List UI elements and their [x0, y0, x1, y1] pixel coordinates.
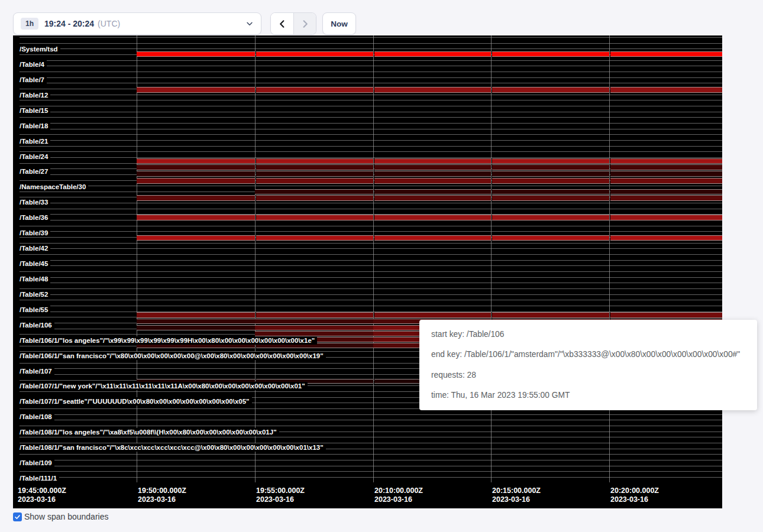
heat-cell[interactable]: [256, 312, 373, 318]
row-label: /Table/107: [20, 367, 54, 375]
heat-cell[interactable]: [610, 195, 722, 201]
chevron-left-icon: [278, 20, 287, 28]
span-boundary-line: [20, 477, 722, 478]
row-label: /Table/106/1/"san francisco"/"\x80\x00\x…: [20, 352, 326, 360]
heat-cell[interactable]: [137, 235, 255, 241]
heat-cell[interactable]: [255, 325, 373, 330]
heat-cell[interactable]: [610, 158, 722, 164]
heat-cell-tooltip: start key: /Table/106 end key: /Table/10…: [419, 320, 757, 410]
span-boundary-line: [20, 123, 722, 124]
span-boundary-line: [20, 265, 722, 266]
heat-cell[interactable]: [610, 51, 722, 57]
prev-time-button[interactable]: [271, 13, 293, 34]
tick-time: 20:10:00.000Z: [374, 486, 423, 495]
heat-cell[interactable]: [137, 87, 255, 93]
row-label: /Table/45: [20, 259, 50, 268]
row-label: /Table/106: [20, 321, 54, 329]
heat-cell[interactable]: [492, 87, 609, 93]
row-label: /Table/111/1: [20, 474, 59, 482]
heat-cell[interactable]: [492, 51, 609, 57]
span-boundary-line: [20, 294, 722, 295]
heat-cell[interactable]: [374, 87, 491, 93]
heat-cell[interactable]: [492, 195, 609, 201]
heat-cell[interactable]: [256, 164, 373, 170]
heat-cell[interactable]: [255, 331, 373, 336]
heat-cell[interactable]: [374, 178, 491, 184]
heat-cell[interactable]: [256, 158, 373, 164]
timezone-text: (UTC): [98, 19, 120, 28]
heat-cell[interactable]: [137, 164, 255, 170]
chevron-down-icon: [245, 20, 254, 28]
span-boundary-line: [20, 248, 722, 249]
heat-cell[interactable]: [492, 215, 609, 220]
heat-cell[interactable]: [492, 312, 609, 318]
span-boundary-line: [20, 43, 722, 44]
heat-cell[interactable]: [137, 158, 255, 164]
heat-cell[interactable]: [256, 195, 373, 201]
heat-cell[interactable]: [256, 215, 373, 220]
toolbar: 1h 19:24 - 20:24 (UTC) Now: [13, 12, 356, 35]
span-boundary-line: [20, 48, 722, 49]
tick-time: 19:45:00.000Z: [18, 486, 66, 495]
heat-cell[interactable]: [374, 189, 491, 194]
heat-cell[interactable]: [137, 171, 255, 177]
heat-cell[interactable]: [137, 319, 255, 324]
row-label: /Table/7: [20, 76, 47, 84]
heat-cell[interactable]: [374, 195, 491, 201]
heat-cell[interactable]: [374, 312, 491, 318]
next-time-button[interactable]: [293, 13, 316, 34]
heat-cell[interactable]: [492, 189, 609, 194]
heat-cell[interactable]: [256, 235, 373, 241]
heat-cell[interactable]: [255, 319, 373, 324]
key-visualizer-canvas[interactable]: /System/tsd/Table/4/Table/7/Table/12/Tab…: [13, 35, 722, 508]
heat-cell[interactable]: [137, 325, 255, 330]
show-span-boundaries-checkbox[interactable]: [13, 512, 22, 521]
heat-cell[interactable]: [374, 164, 491, 170]
chevron-right-icon: [300, 20, 309, 28]
heat-cell[interactable]: [492, 164, 609, 170]
tick-date: 2023-03-16: [610, 495, 659, 504]
span-boundary-line: [20, 83, 722, 83]
span-boundary-line: [20, 37, 722, 38]
heat-cell[interactable]: [256, 51, 373, 57]
span-boundary-line: [20, 72, 722, 72]
heat-cell[interactable]: [492, 235, 609, 241]
heat-cell[interactable]: [610, 164, 722, 170]
row-label: /Table/24: [20, 153, 50, 161]
heat-cell[interactable]: [492, 158, 609, 164]
heat-cell[interactable]: [492, 178, 609, 184]
heat-cell[interactable]: [610, 178, 722, 184]
span-boundary-line: [20, 146, 722, 147]
heat-cell[interactable]: [137, 51, 255, 57]
heat-cell[interactable]: [256, 178, 373, 184]
row-label: /Table/108/1/"san francisco"/"\x8c\xcc\x…: [20, 443, 326, 452]
span-boundary-line: [20, 420, 722, 420]
heat-cell[interactable]: [137, 215, 255, 220]
span-boundary-line: [20, 134, 722, 135]
tick-time: 19:50:00.000Z: [138, 486, 186, 495]
heat-cell[interactable]: [256, 171, 373, 177]
row-label: /Table/15: [20, 106, 50, 115]
heat-cell[interactable]: [374, 235, 491, 241]
heat-cell[interactable]: [137, 178, 255, 184]
heat-cell[interactable]: [610, 87, 722, 93]
heat-cell[interactable]: [374, 215, 491, 220]
span-boundary-line: [20, 77, 722, 78]
heat-cell[interactable]: [492, 171, 609, 177]
heat-cell[interactable]: [374, 171, 491, 177]
heat-cell[interactable]: [610, 312, 722, 318]
heat-cell[interactable]: [610, 171, 722, 177]
tick-date: 2023-03-16: [492, 495, 541, 504]
time-range-selector[interactable]: 1h 19:24 - 20:24 (UTC): [13, 12, 261, 35]
heat-cell[interactable]: [137, 312, 255, 318]
heat-cell[interactable]: [374, 158, 491, 164]
heat-cell[interactable]: [610, 235, 722, 241]
now-button[interactable]: Now: [322, 12, 356, 35]
heat-cell[interactable]: [256, 87, 373, 93]
heat-cell[interactable]: [610, 215, 722, 220]
heat-cell[interactable]: [137, 195, 255, 201]
heat-cell[interactable]: [610, 189, 722, 194]
heat-cell[interactable]: [255, 189, 373, 194]
span-boundary-line: [20, 277, 722, 278]
heat-cell[interactable]: [374, 51, 491, 57]
